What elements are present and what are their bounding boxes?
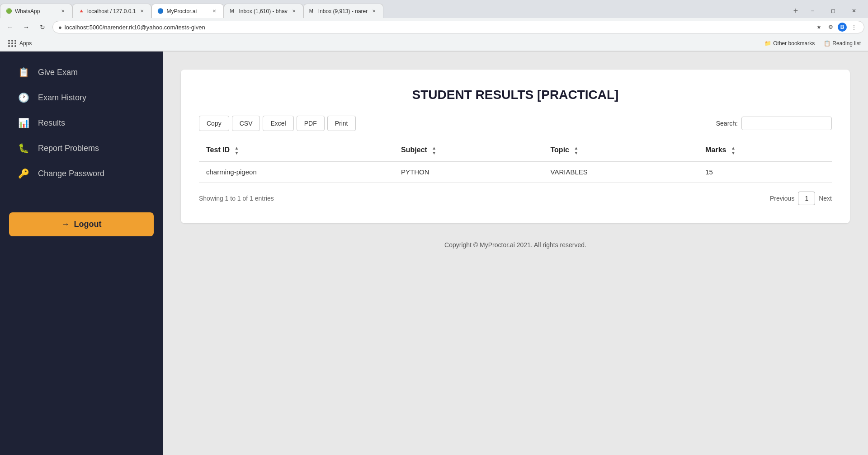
tab-title-gmail2: Inbox (9,913) - narer — [318, 8, 368, 14]
logout-button[interactable]: → Logout — [9, 212, 154, 236]
tab-title-gmail1: Inbox (1,610) - bhav — [239, 8, 287, 14]
cell-test-id-0: charming-pigeon — [199, 161, 394, 183]
tab-title-whatsapp: WhatsApp — [15, 8, 57, 14]
tab-close-gmail1[interactable]: ✕ — [290, 8, 297, 15]
lock-icon: ● — [58, 24, 62, 31]
tab-favicon-gmail2: M — [309, 8, 316, 14]
tab-title-myproctor: MyProctor.ai — [166, 8, 208, 14]
next-button[interactable]: Next — [819, 195, 832, 202]
sidebar-icon-results: 📊 — [18, 117, 29, 128]
tab-myproctor[interactable]: 🔵 MyProctor.ai ✕ — [151, 4, 224, 18]
tab-whatsapp[interactable]: 🟢 WhatsApp ✕ — [0, 4, 72, 18]
excel-button[interactable]: Excel — [263, 116, 293, 131]
sidebar-icon-give-exam: 📋 — [18, 67, 29, 78]
col-test-id[interactable]: Test ID ▲▼ — [199, 140, 394, 161]
sidebar-label-give-exam: Give Exam — [38, 68, 78, 77]
address-bar-row: ← → ↻ ● localhost:5000/narender.rk10@yah… — [0, 18, 868, 36]
forward-button[interactable]: → — [20, 21, 33, 33]
page-title: STUDENT RESULTS [PRACTICAL] — [199, 88, 832, 102]
tab-close-whatsapp[interactable]: ✕ — [59, 8, 66, 15]
logout-label: Logout — [74, 220, 102, 229]
pdf-button[interactable]: PDF — [297, 116, 325, 131]
reading-icon: 📋 — [824, 40, 830, 47]
sidebar-label-report-problems: Report Problems — [38, 144, 99, 153]
pagination-row: Showing 1 to 1 of 1 entries Previous 1 N… — [199, 192, 832, 205]
sidebar-label-change-password: Change Password — [38, 169, 104, 178]
sidebar-icon-exam-history: 🕐 — [18, 92, 29, 103]
apps-grid-icon — [7, 39, 18, 48]
cell-topic-0: VARIABLES — [543, 161, 698, 183]
new-tab-button[interactable]: + — [789, 5, 802, 17]
reading-list[interactable]: 📋 Reading list — [820, 39, 864, 47]
tab-favicon-localhost: 🔺 — [78, 8, 85, 14]
tab-close-gmail2[interactable]: ✕ — [370, 8, 377, 15]
sort-test-id-icon: ▲▼ — [235, 145, 239, 155]
menu-icon[interactable]: ⋮ — [849, 23, 859, 32]
window-controls: − ◻ ✕ — [802, 4, 868, 18]
browser-chrome: 🟢 WhatsApp ✕ 🔺 localhost / 127.0.0.1 ✕ 🔵… — [0, 0, 868, 52]
main-content: STUDENT RESULTS [PRACTICAL] Copy CSV Exc… — [163, 52, 868, 455]
minimize-button[interactable]: − — [802, 4, 823, 18]
sidebar: 📋 Give Exam 🕐 Exam History 📊 Results 🐛 R… — [0, 52, 163, 455]
tab-close-myproctor[interactable]: ✕ — [211, 8, 218, 15]
reading-list-label: Reading list — [832, 40, 861, 47]
tab-gmail2[interactable]: M Inbox (9,913) - narer ✕ — [303, 4, 383, 18]
apps-bookmark[interactable]: Apps — [4, 38, 35, 49]
table-header-row: Test ID ▲▼ Subject ▲▼ Topic ▲▼ Marks — [199, 140, 832, 161]
col-subject[interactable]: Subject ▲▼ — [394, 140, 543, 161]
page-layout: 📋 Give Exam 🕐 Exam History 📊 Results 🐛 R… — [0, 52, 868, 455]
csv-button[interactable]: CSV — [232, 116, 260, 131]
sort-subject-icon: ▲▼ — [432, 145, 436, 155]
address-text: localhost:5000/narender.rk10@yahoo.com/t… — [65, 24, 205, 31]
showing-text: Showing 1 to 1 of 1 entries — [199, 195, 274, 202]
tab-favicon-whatsapp: 🟢 — [6, 8, 12, 14]
tab-localhost[interactable]: 🔺 localhost / 127.0.0.1 ✕ — [72, 4, 151, 18]
cell-subject-0: PYTHON — [394, 161, 543, 183]
sidebar-item-change-password[interactable]: 🔑 Change Password — [9, 162, 154, 185]
other-bookmarks[interactable]: 📁 Other bookmarks — [761, 39, 818, 47]
reload-button[interactable]: ↻ — [36, 21, 49, 33]
col-topic[interactable]: Topic ▲▼ — [543, 140, 698, 161]
extensions-icon[interactable]: ⚙ — [826, 23, 835, 32]
copy-button[interactable]: Copy — [199, 116, 229, 131]
tab-bar: 🟢 WhatsApp ✕ 🔺 localhost / 127.0.0.1 ✕ 🔵… — [0, 0, 868, 18]
tab-favicon-myproctor: 🔵 — [157, 8, 164, 14]
search-input[interactable] — [741, 117, 832, 130]
apps-label: Apps — [19, 40, 32, 47]
sidebar-item-give-exam[interactable]: 📋 Give Exam — [9, 61, 154, 84]
address-bar[interactable]: ● localhost:5000/narender.rk10@yahoo.com… — [52, 21, 864, 33]
col-topic-label: Topic — [551, 146, 569, 154]
tab-favicon-gmail1: M — [230, 8, 236, 14]
search-box: Search: — [716, 117, 832, 130]
profile-icon[interactable]: B — [838, 23, 847, 32]
col-marks[interactable]: Marks ▲▼ — [698, 140, 832, 161]
col-subject-label: Subject — [401, 146, 427, 154]
pagination-controls: Previous 1 Next — [770, 192, 832, 205]
cell-marks-0: 15 — [698, 161, 832, 183]
close-button[interactable]: ✕ — [844, 4, 864, 18]
other-bookmarks-label: Other bookmarks — [773, 40, 815, 47]
footer-text: Copyright © MyProctor.ai 2021. All right… — [444, 241, 586, 249]
star-icon[interactable]: ★ — [814, 23, 823, 32]
back-button[interactable]: ← — [4, 21, 16, 33]
sort-topic-icon: ▲▼ — [574, 145, 578, 155]
maximize-button[interactable]: ◻ — [823, 4, 844, 18]
previous-button[interactable]: Previous — [770, 195, 794, 202]
content-card: STUDENT RESULTS [PRACTICAL] Copy CSV Exc… — [181, 70, 850, 223]
bookmarks-bar: Apps 📁 Other bookmarks 📋 Reading list — [0, 36, 868, 51]
sidebar-icon-report-problems: 🐛 — [18, 143, 29, 154]
print-button[interactable]: Print — [327, 116, 356, 131]
sidebar-label-exam-history: Exam History — [38, 93, 86, 103]
sort-marks-icon: ▲▼ — [731, 145, 736, 155]
sidebar-item-report-problems[interactable]: 🐛 Report Problems — [9, 136, 154, 160]
sidebar-icon-change-password: 🔑 — [18, 168, 29, 179]
table-row: charming-pigeon PYTHON VARIABLES 15 — [199, 161, 832, 183]
page-1-button[interactable]: 1 — [798, 192, 815, 205]
tab-title-localhost: localhost / 127.0.0.1 — [87, 8, 136, 14]
tab-gmail1[interactable]: M Inbox (1,610) - bhav ✕ — [224, 4, 303, 18]
sidebar-item-results[interactable]: 📊 Results — [9, 111, 154, 135]
results-table: Test ID ▲▼ Subject ▲▼ Topic ▲▼ Marks — [199, 140, 832, 183]
tab-close-localhost[interactable]: ✕ — [138, 8, 146, 15]
sidebar-item-exam-history[interactable]: 🕐 Exam History — [9, 86, 154, 109]
col-test-id-label: Test ID — [206, 146, 230, 154]
